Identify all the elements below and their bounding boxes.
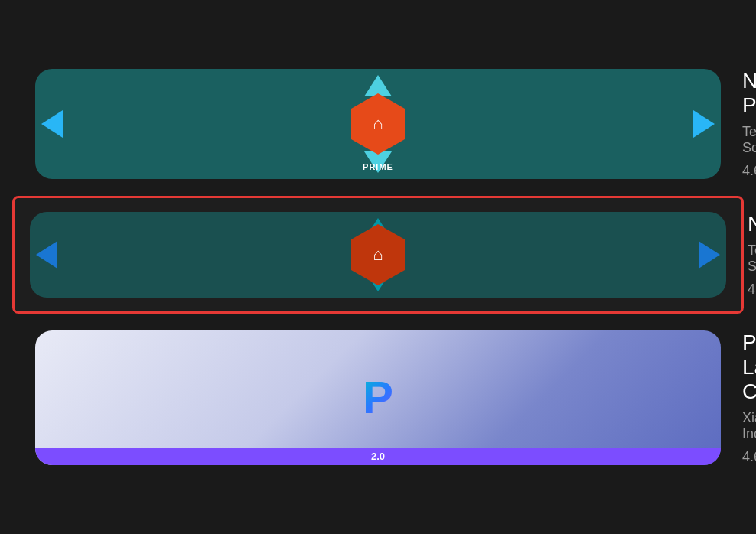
app-list: ⌂ PRIME Nova Launcher Prime TeslaCoil So…: [0, 55, 756, 479]
house-icon: ⌂: [373, 245, 383, 265]
prime-label: PRIME: [363, 162, 393, 171]
app-info-nova: Nova Launcher TeslaCoil Software • Perso…: [748, 212, 756, 298]
rating-value: 4.6: [742, 449, 756, 465]
app-item-nova[interactable]: ⌂ Nova Launcher TeslaCoil Software • Per…: [12, 196, 744, 314]
app-icon-poco: P 2.0: [35, 330, 721, 465]
app-info-poco: POCO Launcher 2.0 - Customize, ... Xiaom…: [742, 330, 756, 465]
rating-stat: 4.6 ★: [742, 162, 756, 179]
arrow-left-icon: [41, 110, 63, 138]
rating-stat: 4.4 ★: [748, 281, 756, 298]
house-icon: ⌂: [373, 114, 383, 134]
arrow-right-icon: [693, 110, 715, 138]
app-name-nova-prime: Nova Launcher Prime: [742, 69, 756, 118]
developer-poco: Xiaomi Inc.: [742, 410, 756, 442]
app-name-poco: POCO Launcher 2.0 - Customize, ...: [742, 330, 756, 404]
app-meta-nova: TeslaCoil Software • Personalization: [748, 243, 756, 275]
rating-value: 4.4: [748, 282, 756, 298]
developer-nova: TeslaCoil Software: [748, 243, 756, 275]
rating-value: 4.6: [742, 163, 756, 179]
app-meta-poco: Xiaomi Inc. • Personalization: [742, 410, 756, 442]
version-label: 2.0: [35, 448, 721, 465]
app-info-nova-prime: Nova Launcher Prime TeslaCoil Software •…: [742, 69, 756, 179]
p-letter-icon: P: [363, 375, 393, 421]
app-item-nova-prime[interactable]: ⌂ PRIME Nova Launcher Prime TeslaCoil So…: [12, 55, 744, 193]
app-stats-poco: 4.6 ★ ⬇ 50M+: [742, 448, 756, 465]
arrow-left-icon: [36, 241, 57, 269]
app-icon-nova: ⌂: [30, 212, 726, 298]
hexagon-shape: ⌂: [351, 224, 405, 285]
app-stats-nova-prime: 4.6 ★ ⬇ 5M+ ✓ Purchased: [742, 162, 756, 179]
rating-stat: 4.6 ★: [742, 448, 756, 465]
app-item-poco[interactable]: P 2.0 POCO Launcher 2.0 - Customize, ...…: [12, 317, 744, 479]
arrow-up-icon: [364, 75, 392, 96]
hexagon-shape: ⌂: [351, 93, 405, 155]
arrow-right-icon: [699, 241, 720, 269]
app-meta-nova-prime: TeslaCoil Software • Personalization: [742, 124, 756, 156]
app-name-nova: Nova Launcher: [748, 212, 756, 236]
app-icon-nova-prime: ⌂ PRIME: [35, 69, 721, 179]
developer-nova-prime: TeslaCoil Software: [742, 124, 756, 156]
app-stats-nova: 4.4 ★ ⬇ 50M+: [748, 281, 756, 298]
